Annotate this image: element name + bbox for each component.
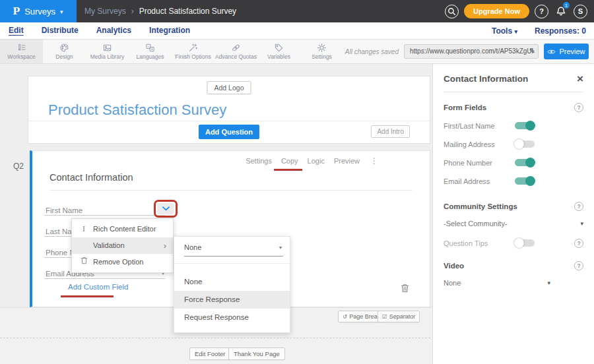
question-preview-link[interactable]: Preview (334, 157, 360, 165)
account-avatar[interactable]: S (574, 5, 587, 18)
help-icon[interactable]: ? (574, 103, 583, 112)
thank-you-page-button[interactable]: Thank You Page (228, 348, 285, 360)
video-heading: Video (444, 262, 464, 270)
preview-button[interactable]: Preview (544, 44, 589, 59)
question-logic-link[interactable]: Logic (308, 157, 325, 165)
survey-title[interactable]: Product Satisfaction Survey (48, 102, 226, 119)
add-intro-button[interactable]: Add Intro (371, 125, 410, 138)
toolbar-item-design[interactable]: Design (43, 40, 86, 63)
validation-select[interactable]: None ▾ (184, 243, 283, 257)
svg-text:x: x (147, 45, 149, 48)
separator-button[interactable]: ☑ Separator (378, 311, 420, 322)
menu-item-validation[interactable]: Validation › (72, 237, 173, 254)
questionpro-logo-icon: P (13, 5, 20, 17)
top-bar: P Surveys ▾ My Surveys › Product Satisfa… (0, 0, 594, 22)
breadcrumb-current: Product Satisfaction Survey (139, 7, 236, 16)
toolbar-item-languages[interactable]: xA Languages (129, 40, 172, 63)
tab-analytics[interactable]: Analytics (96, 26, 131, 36)
product-name: Surveys (24, 7, 55, 16)
form-fields-heading: Form Fields (444, 104, 486, 111)
upgrade-now-button[interactable]: Upgrade Now (464, 4, 529, 18)
question-divider (50, 190, 412, 191)
delete-question-button[interactable] (401, 284, 409, 295)
validation-option-request-response[interactable]: Request Response (174, 309, 290, 326)
more-options-icon[interactable]: ⋮ (370, 156, 378, 166)
responses-count[interactable]: Responses: 0 (535, 26, 586, 36)
toggle-row-mailing-address: Mailing Address (444, 139, 583, 149)
question-settings-panel: Contact Information × Form Fields ? Firs… (432, 64, 594, 364)
question-copy-link[interactable]: Copy (281, 157, 298, 165)
page-break-icon: ↺ (343, 313, 347, 320)
help-icon[interactable]: ? (574, 202, 583, 211)
field-underline (44, 215, 165, 216)
workspace-icon (16, 43, 26, 53)
field-label-first-name[interactable]: First Name (46, 206, 82, 214)
notifications-button[interactable]: 1 (554, 4, 568, 18)
question-settings-link[interactable]: Settings (246, 157, 272, 165)
mailing-address-toggle[interactable] (515, 140, 535, 148)
toolbar-item-finish-options[interactable]: Finish Options (172, 40, 214, 63)
nav-tabs: Edit Distribute Analytics Integration (9, 26, 190, 36)
trash-icon (401, 284, 409, 293)
survey-header-card: Add Logo Product Satisfaction Survey Add… (28, 76, 430, 144)
search-icon (447, 7, 456, 16)
phone-number-toggle[interactable] (515, 159, 535, 166)
video-select[interactable]: None ▾ (444, 279, 550, 287)
survey-header-footer: Add Question Add Intro (28, 121, 430, 143)
close-icon[interactable]: × (577, 75, 583, 83)
field-options-button[interactable] (157, 203, 174, 214)
community-section-header: Community Settings ? (444, 202, 583, 211)
toggle-row-phone-number: Phone Number (444, 158, 583, 167)
notification-badge: 1 (563, 2, 570, 9)
tab-distribute[interactable]: Distribute (42, 26, 79, 36)
chevron-down-icon: ▾ (514, 28, 517, 35)
design-icon (59, 43, 69, 53)
question-tips-toggle[interactable] (515, 239, 535, 247)
help-icon[interactable]: ? (574, 261, 583, 270)
validation-option-force-response[interactable]: Force Response (174, 291, 290, 309)
toolbar-item-advance-quotas[interactable]: Advance Quotas (214, 40, 257, 63)
chevron-down-icon (162, 206, 170, 211)
add-logo-button[interactable]: Add Logo (207, 81, 251, 94)
survey-canvas: Add Logo Product Satisfaction Survey Add… (0, 64, 432, 364)
help-icon[interactable]: ? (574, 239, 583, 248)
email-address-toggle[interactable] (515, 177, 535, 185)
settings-icon (317, 43, 327, 53)
edit-url-icon[interactable]: ✎ (529, 47, 535, 55)
question-number: Q2 (13, 162, 24, 171)
chevron-down-icon: ▾ (60, 9, 63, 15)
text-cursor-icon: I (79, 221, 89, 237)
toolbar-item-settings[interactable]: Settings (300, 40, 343, 63)
community-select[interactable]: -Select Community- ▾ (444, 220, 583, 228)
breadcrumb: My Surveys › Product Satisfaction Survey (84, 7, 236, 16)
edit-footer-button[interactable]: Edit Footer (189, 348, 230, 360)
panel-header: Contact Information × (444, 74, 583, 84)
add-question-button[interactable]: Add Question (199, 125, 259, 139)
menu-item-remove-option[interactable]: Remove Option (72, 254, 173, 270)
toolbar-item-workspace[interactable]: Workspace (0, 40, 43, 63)
first-last-name-toggle[interactable] (515, 122, 535, 129)
tools-dropdown[interactable]: Tools ▾ (492, 26, 517, 36)
question-mark-icon: ? (539, 7, 544, 15)
toolbar-item-media-library[interactable]: Media Library (86, 40, 129, 63)
tab-edit[interactable]: Edit (9, 26, 24, 36)
breadcrumb-parent[interactable]: My Surveys (84, 7, 126, 16)
product-switcher[interactable]: P Surveys ▾ (0, 0, 77, 22)
toolbar-item-variables[interactable]: Variables (257, 40, 300, 63)
video-section-header: Video ? (444, 261, 583, 270)
search-button[interactable] (445, 5, 459, 18)
add-custom-field-link[interactable]: Add Custom Field (68, 283, 128, 291)
panel-divider (444, 92, 583, 92)
trash-icon (79, 254, 89, 270)
eye-icon (547, 49, 556, 55)
menu-item-rich-content-editor[interactable]: I Rich Content Editor (72, 221, 173, 237)
settings-annotation-underline (274, 169, 302, 171)
question-title[interactable]: Contact Information (50, 172, 133, 183)
validation-option-none[interactable]: None (174, 273, 290, 291)
tab-integration[interactable]: Integration (149, 26, 190, 36)
nav-right: Tools ▾ Responses: 0 (492, 26, 586, 36)
save-status: All changes saved (345, 48, 399, 55)
survey-url-field[interactable]: https://www.questionpro.com/t/AP53kZgUI (404, 44, 539, 59)
finish-options-icon (188, 43, 198, 53)
help-button[interactable]: ? (535, 5, 548, 18)
